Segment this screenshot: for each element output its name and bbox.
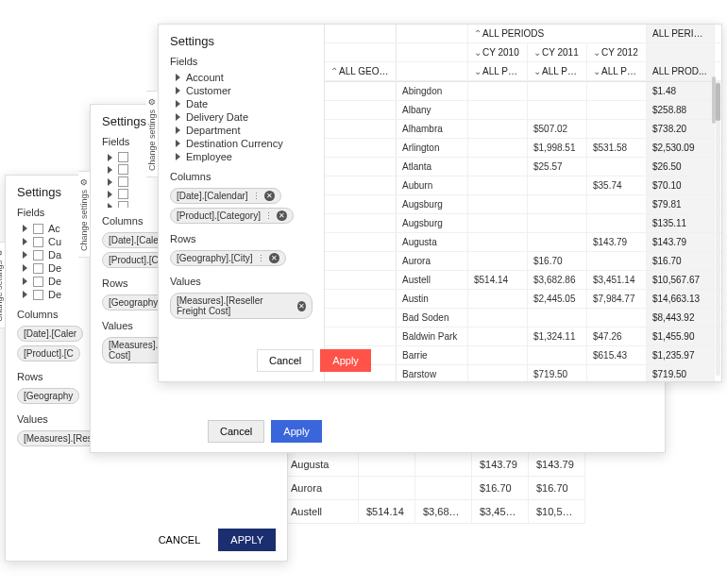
cell (468, 176, 528, 194)
chip-geography[interactable]: [Geography].[City]⋮✕ (170, 250, 286, 266)
collapse-icon[interactable]: ⌃ (474, 28, 481, 39)
expand-icon[interactable] (176, 140, 180, 147)
field-item[interactable]: Employee (170, 150, 313, 163)
close-icon[interactable]: ✕ (269, 253, 279, 263)
checkbox[interactable] (33, 263, 43, 274)
cancel-button[interactable]: CANCEL (147, 529, 212, 550)
row-city: Augusta (283, 453, 359, 476)
chip-measure[interactable]: [Measures].[Reseller Freight Cost]✕ (170, 293, 313, 319)
expand-icon[interactable] (108, 154, 112, 161)
col-header-year[interactable]: ⌄CY 2010 (468, 43, 528, 61)
collapse-icon[interactable]: ⌃ (330, 66, 337, 76)
cell: $1,998.51 (528, 139, 587, 157)
cancel-button[interactable]: Cancel (257, 349, 313, 372)
row-city: Albany (397, 101, 468, 119)
drag-icon[interactable]: ⋮ (257, 254, 264, 263)
col-header-year[interactable]: ⌄CY 2012 (587, 43, 647, 61)
cell-total: $16.70 (647, 252, 715, 270)
checkbox[interactable] (33, 237, 43, 247)
expand-icon[interactable] (108, 166, 112, 174)
checkbox[interactable] (118, 164, 128, 175)
apply-button[interactable]: APPLY (218, 529, 276, 551)
checkbox[interactable] (118, 152, 128, 162)
fields-list: AccountCustomerDateDelivery DateDepartme… (170, 71, 313, 163)
cell: $3,682.86 (415, 500, 472, 523)
expand-icon[interactable]: ⌄ (593, 66, 600, 76)
cancel-button[interactable]: Cancel (208, 420, 264, 443)
chip-date[interactable]: [Date].[Calendar]⋮✕ (170, 188, 281, 204)
checkbox[interactable] (33, 290, 43, 300)
expand-icon[interactable]: ⌄ (474, 47, 481, 58)
cell (528, 195, 587, 213)
expand-icon[interactable]: ⌄ (593, 47, 600, 58)
grid-scrollbar[interactable] (716, 81, 720, 376)
col-header-product[interactable]: ⌄ALL PRO... (528, 62, 587, 80)
cell (415, 453, 472, 476)
col-header-product[interactable]: ⌄ALL PRO... (587, 62, 647, 80)
field-item[interactable]: Department (170, 124, 313, 137)
close-icon[interactable]: ✕ (297, 301, 306, 311)
checkbox[interactable] (33, 224, 43, 234)
cell: $3,682.86 (528, 271, 587, 289)
apply-button[interactable]: Apply (271, 420, 322, 443)
checkbox[interactable] (118, 189, 128, 199)
cell (468, 101, 528, 119)
background-grid: Augusta$143.79$143.79Aurora$16.70$16.70A… (283, 453, 585, 524)
expand-icon[interactable] (108, 203, 112, 209)
expand-icon[interactable]: ⌄ (533, 66, 540, 76)
expand-icon[interactable] (176, 153, 180, 160)
chip-geography[interactable]: [Geography (17, 388, 79, 404)
change-settings-tab[interactable]: Change settings⚙ (146, 91, 159, 177)
expand-icon[interactable] (23, 238, 27, 245)
cell (528, 176, 587, 194)
expand-icon[interactable] (23, 291, 27, 298)
drag-icon[interactable]: ⋮ (264, 211, 272, 221)
apply-button[interactable]: Apply (320, 349, 371, 372)
checkbox[interactable] (118, 176, 128, 187)
field-item[interactable]: Customer (170, 84, 313, 97)
cell: $531.58 (587, 139, 647, 157)
pivot-grid: ⌃ALL PERIODS ALL PERIODS ⌄CY 2010 ⌄CY 20… (324, 25, 721, 381)
expand-icon[interactable] (176, 126, 180, 134)
expand-icon[interactable] (108, 191, 112, 198)
checkbox[interactable] (33, 277, 43, 287)
row-header-all-geo[interactable]: ⌃ALL GEOGRA... (325, 62, 397, 80)
row-fixed (325, 309, 397, 327)
settings-title: Settings (170, 34, 313, 48)
drag-icon[interactable]: ⋮ (252, 192, 260, 201)
change-settings-tab[interactable]: Change settings⚙ (78, 171, 91, 258)
expand-icon[interactable] (176, 87, 180, 94)
field-item[interactable]: Delivery Date (170, 110, 313, 124)
table-row: Barrie$615.43$1,235.97 (325, 346, 721, 365)
checkbox[interactable] (118, 201, 128, 208)
cell-total: $2,530.09 (647, 139, 715, 157)
field-item[interactable]: Destination Currency (170, 137, 313, 150)
expand-icon[interactable]: ⌄ (474, 66, 481, 76)
expand-icon[interactable] (23, 264, 27, 272)
chip-date[interactable]: [Date].[Caler (17, 326, 83, 342)
close-icon[interactable]: ✕ (264, 191, 275, 201)
expand-icon[interactable]: ⌄ (533, 47, 540, 58)
field-item[interactable]: Date (170, 97, 313, 110)
field-item[interactable]: Account (170, 71, 313, 84)
close-icon[interactable]: ✕ (277, 210, 287, 221)
col-header-all-periods[interactable]: ⌃ALL PERIODS (468, 25, 647, 42)
expand-icon[interactable] (23, 277, 27, 285)
expand-icon[interactable] (23, 251, 27, 259)
expand-icon[interactable] (176, 74, 180, 81)
cell (359, 453, 415, 476)
change-settings-tab[interactable]: Change settings⚙ (0, 242, 6, 328)
expand-icon[interactable] (176, 113, 180, 121)
cell-total: $1.48 (647, 82, 715, 100)
expand-icon[interactable] (176, 100, 180, 108)
chip-product[interactable]: [Product].[C (17, 345, 80, 361)
col-header-product[interactable]: ⌄ALL PRO... (468, 62, 528, 80)
col-header-year[interactable]: ⌄CY 2011 (528, 43, 587, 61)
cell (587, 101, 647, 119)
cell: $3,451.14 (472, 500, 529, 523)
checkbox[interactable] (33, 250, 43, 260)
cell: $16.70 (529, 477, 585, 499)
expand-icon[interactable] (108, 178, 112, 186)
expand-icon[interactable] (23, 225, 27, 232)
chip-product[interactable]: [Product].[Category]⋮✕ (170, 208, 294, 224)
